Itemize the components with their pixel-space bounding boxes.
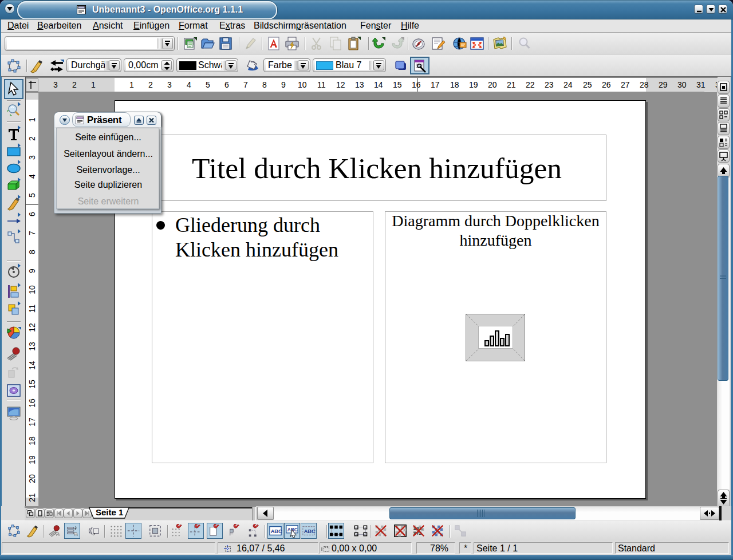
svg-text:ABC: ABC <box>271 529 282 534</box>
svg-text:ABC: ABC <box>304 529 316 534</box>
